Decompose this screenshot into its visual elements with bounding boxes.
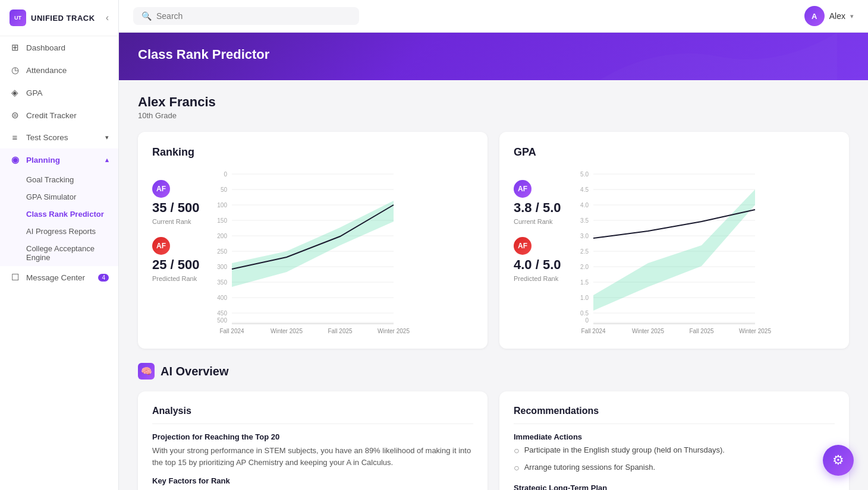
student-info: Alex Francis 10th Grade [138,94,849,120]
current-rank-label: Current Rank [152,218,200,225]
ranking-predicted-block: AF 25 / 500 Predicted Rank [152,237,200,282]
user-name: Alex [829,11,845,21]
goal-tracking-label: Goal Tracking [26,175,74,184]
sidebar-item-college-acceptance[interactable]: College Acceptance Engine [0,240,118,266]
svg-text:Winter 2025: Winter 2025 [739,328,771,334]
sidebar-item-label: Planning [26,156,60,165]
ranking-chart-container: AF 35 / 500 Current Rank AF 25 / 500 Pre… [152,168,473,334]
ai-fab-button[interactable]: ⚙ [823,445,854,476]
content-area: Class Rank Predictor Alex Francis 10th G… [119,33,868,490]
search-input[interactable] [156,11,351,21]
page-title: Class Rank Predictor [138,47,849,62]
ranking-stats: AF 35 / 500 Current Rank AF 25 / 500 Pre… [152,168,200,282]
svg-text:1.0: 1.0 [580,295,589,301]
gpa-current-value: 3.8 / 5.0 [514,200,561,216]
sidebar-item-dashboard[interactable]: ⊞ Dashboard [0,36,118,59]
ai-overview-section: 🧠 AI Overview Analysis Projection for Re… [138,363,849,490]
sidebar-item-ai-progress-reports[interactable]: AI Progress Reports [0,223,118,240]
ranking-chart-svg: 0 50 100 150 200 250 300 350 400 450 500 [209,168,400,334]
sidebar-header: UT UNIFIED TRACK ‹ [0,0,118,36]
svg-text:50: 50 [220,186,227,193]
logo-icon: UT [10,10,26,26]
sidebar-item-planning[interactable]: ◉ Planning ▴ [0,148,118,171]
sidebar-item-label: Credit Tracker [26,111,77,120]
sidebar-item-credit-tracker[interactable]: ⊜ Credit Tracker [0,104,118,127]
analysis-card: Analysis Projection for Reaching the Top… [138,391,488,490]
topbar: 🔍 A Alex ▾ [119,0,868,33]
sidebar-item-class-rank-predictor[interactable]: Class Rank Predictor [0,206,118,223]
svg-text:0: 0 [585,317,589,324]
svg-text:Fall 2025: Fall 2025 [328,328,353,334]
app-name: UNIFIED TRACK [31,14,95,23]
svg-text:500: 500 [217,317,227,324]
college-acceptance-label: College Acceptance Engine [26,244,109,262]
svg-marker-51 [593,189,755,311]
message-badge: 4 [98,274,109,282]
charts-row: Ranking AF 35 / 500 Current Rank AF 25 /… [138,132,849,349]
svg-marker-23 [232,201,394,287]
sidebar-item-gpa[interactable]: ◈ GPA [0,81,118,104]
svg-text:400: 400 [217,295,227,301]
gpa-card-title: GPA [514,146,835,159]
gpa-current-label: Current Rank [514,218,561,225]
sidebar-item-goal-tracking[interactable]: Goal Tracking [0,171,118,188]
svg-text:4.5: 4.5 [580,186,589,193]
svg-text:Fall 2024: Fall 2024 [219,328,244,334]
gpa-predicted-block: AF 4.0 / 5.0 Predicted Rank [514,237,561,282]
chevron-down-icon: ▾ [105,134,109,141]
sidebar-item-label: Message Center [26,273,85,282]
gpa-predicted-label: Predicted Rank [514,275,561,282]
svg-text:200: 200 [217,233,227,239]
ranking-card-title: Ranking [152,146,473,159]
main-wrapper: 🔍 A Alex ▾ Class Rank Predictor Alex Fra… [119,0,868,490]
recommendations-card-title: Recommendations [514,406,835,424]
credit-tracker-icon: ⊜ [10,110,20,121]
svg-text:2.5: 2.5 [580,248,589,255]
gpa-predicted-value: 4.0 / 5.0 [514,257,561,273]
attendance-icon: ◷ [10,65,20,75]
ai-overview-header: 🧠 AI Overview [138,363,849,380]
gpa-card: GPA AF 3.8 / 5.0 Current Rank AF 4.0 / 5… [499,132,849,349]
svg-text:0: 0 [224,171,227,178]
svg-text:250: 250 [217,248,227,255]
immediate-action-1-text: Participate in the English study group (… [524,445,725,456]
sidebar-collapse-button[interactable]: ‹ [106,12,109,23]
predicted-rank-avatar: AF [152,237,170,255]
search-box[interactable]: 🔍 [133,7,359,25]
current-rank-avatar: AF [152,180,170,198]
student-grade: 10th Grade [138,111,849,120]
predicted-rank-value: 25 / 500 [152,257,200,273]
chevron-down-icon: ▾ [850,12,854,20]
sidebar-item-attendance[interactable]: ◷ Attendance [0,59,118,81]
sidebar-item-label: Dashboard [26,43,65,52]
svg-text:Winter 2025: Winter 2025 [632,328,664,334]
ai-fab-icon: ⚙ [832,453,844,468]
user-area[interactable]: A Alex ▾ [804,6,854,26]
sidebar-item-gpa-simulator[interactable]: GPA Simulator [0,188,118,206]
dashboard-icon: ⊞ [10,42,20,53]
bullet-icon: ○ [514,461,520,475]
class-rank-predictor-label: Class Rank Predictor [26,210,104,219]
planning-subnav: Goal Tracking GPA Simulator Class Rank P… [0,171,118,266]
immediate-action-2-text: Arrange tutoring sessions for Spanish. [524,462,655,473]
current-rank-value: 35 / 500 [152,200,200,216]
sidebar-item-message-center[interactable]: ☐ Message Center 4 [0,266,118,289]
svg-text:450: 450 [217,310,227,317]
ai-overview-title: AI Overview [161,365,229,378]
svg-text:5.0: 5.0 [580,171,589,178]
svg-text:Winter 2025: Winter 2025 [271,328,303,334]
gpa-stats: AF 3.8 / 5.0 Current Rank AF 4.0 / 5.0 P… [514,168,561,282]
immediate-action-1: ○ Participate in the English study group… [514,445,835,457]
strategic-plan-title: Strategic Long-Term Plan [514,483,835,490]
gpa-current-avatar: AF [514,180,532,198]
sidebar-item-label: GPA [26,88,43,97]
chevron-up-icon: ▴ [105,156,109,164]
svg-text:2.0: 2.0 [580,264,589,270]
ranking-card: Ranking AF 35 / 500 Current Rank AF 25 /… [138,132,488,349]
gpa-simulator-label: GPA Simulator [26,192,76,201]
analysis-projection-title: Projection for Reaching the Top 20 [152,432,473,441]
sidebar-item-test-scores[interactable]: ≡ Test Scores ▾ [0,127,118,148]
gpa-icon: ◈ [10,87,20,98]
svg-text:Fall 2024: Fall 2024 [581,328,606,334]
svg-text:4.0: 4.0 [580,202,589,208]
